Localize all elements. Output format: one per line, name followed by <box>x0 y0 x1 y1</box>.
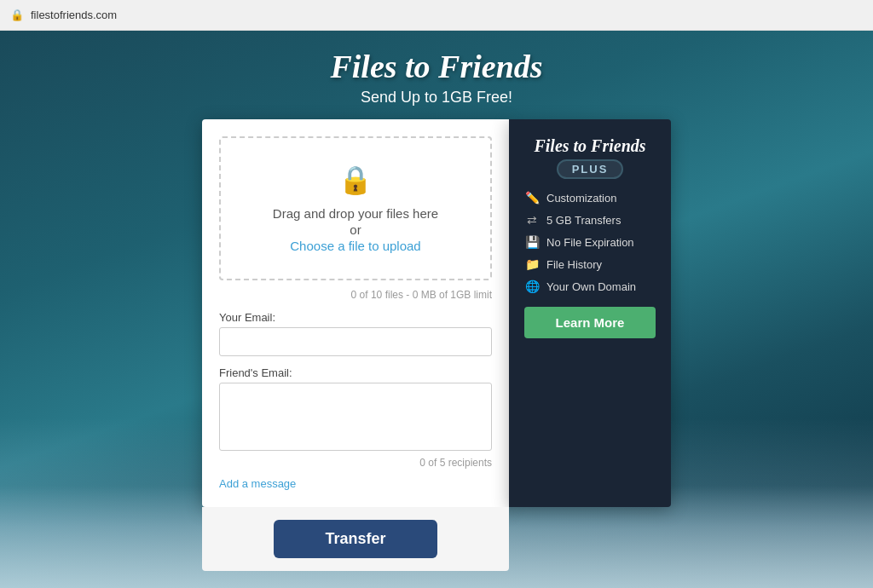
main-content: 🔒 Drag and drop your files here or Choos… <box>0 119 873 571</box>
url-bar[interactable]: filestofriends.com <box>31 9 117 21</box>
feature-transfers: ⇄ 5 GB Transfers <box>524 213 656 227</box>
plus-badge: PLUS <box>557 159 624 179</box>
transfer-button[interactable]: Transfer <box>274 520 436 558</box>
card-wrapper: 🔒 Drag and drop your files here or Choos… <box>202 119 671 571</box>
domain-icon: 🌐 <box>524 280 540 293</box>
recipients-count: 0 of 5 recipients <box>219 457 492 469</box>
history-label: File History <box>546 258 602 271</box>
friends-email-label: Friend's Email: <box>219 366 492 379</box>
choose-file-link[interactable]: Choose a file to upload <box>290 239 420 253</box>
site-title: Files to Friends <box>0 48 873 85</box>
browser-bar: 🔒 filestofriends.com <box>0 0 873 31</box>
form-card: 🔒 Drag and drop your files here or Choos… <box>202 119 509 507</box>
feature-list: ✏️ Customization ⇄ 5 GB Transfers 💾 No F… <box>524 191 656 293</box>
expiration-icon: 💾 <box>524 235 540 249</box>
sidebar-title: Files to Friends <box>524 136 656 156</box>
transfer-area: Transfer <box>202 507 509 571</box>
history-icon: 📁 <box>524 257 540 271</box>
transfers-label: 5 GB Transfers <box>546 214 621 227</box>
upload-lock-icon: 🔒 <box>338 164 373 196</box>
drop-zone[interactable]: 🔒 Drag and drop your files here or Choos… <box>219 136 492 280</box>
plus-sidebar: Files to Friends PLUS ✏️ Customization ⇄… <box>509 119 671 507</box>
domain-label: Your Own Domain <box>546 280 636 293</box>
learn-more-button[interactable]: Learn More <box>524 307 656 338</box>
expiration-label: No File Expiration <box>546 236 634 249</box>
feature-expiration: 💾 No File Expiration <box>524 235 656 249</box>
add-message-link[interactable]: Add a message <box>219 477 492 490</box>
background: Files to Friends Send Up to 1GB Free! 🔒 … <box>0 31 873 588</box>
friends-email-input[interactable] <box>219 383 492 451</box>
file-limit-text: 0 of 10 files - 0 MB of 1GB limit <box>219 289 492 301</box>
email-label: Your Email: <box>219 311 492 324</box>
email-input[interactable] <box>219 327 492 356</box>
feature-domain: 🌐 Your Own Domain <box>524 280 656 293</box>
site-subtitle: Send Up to 1GB Free! <box>0 89 873 107</box>
feature-history: 📁 File History <box>524 257 656 271</box>
drag-drop-text: Drag and drop your files here <box>273 206 438 221</box>
or-text: or <box>350 222 361 237</box>
lock-icon: 🔒 <box>10 9 24 21</box>
customization-label: Customization <box>546 192 616 205</box>
feature-customization: ✏️ Customization <box>524 191 656 205</box>
transfers-icon: ⇄ <box>524 213 540 227</box>
page-header: Files to Friends Send Up to 1GB Free! <box>0 31 873 119</box>
customization-icon: ✏️ <box>524 191 540 205</box>
card-row: 🔒 Drag and drop your files here or Choos… <box>202 119 671 507</box>
